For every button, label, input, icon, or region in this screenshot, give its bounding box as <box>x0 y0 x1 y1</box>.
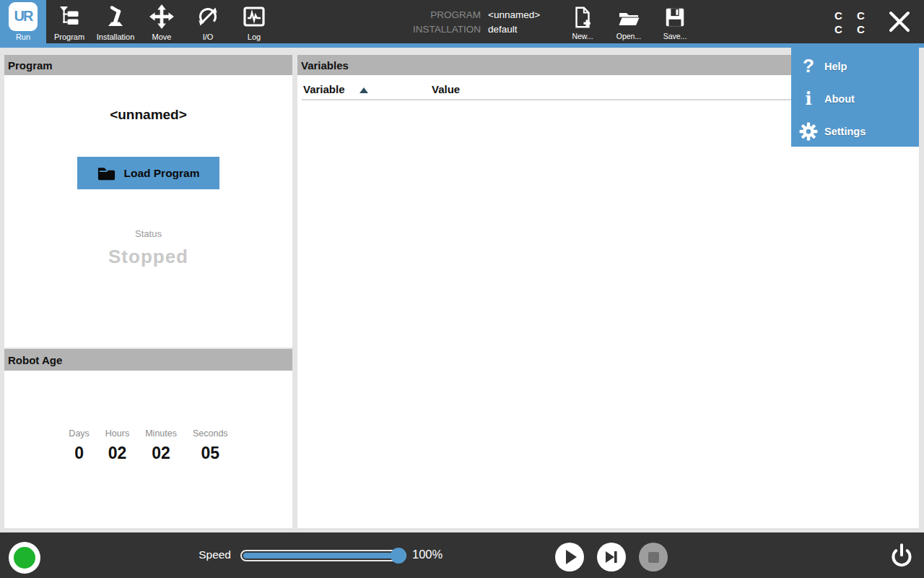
tab-installation-label: Installation <box>97 33 135 42</box>
load-program-button[interactable]: Load Program <box>77 157 219 189</box>
variable-column-header[interactable]: Variable <box>303 83 345 95</box>
close-icon <box>886 9 912 35</box>
installation-label: INSTALLATION <box>390 23 481 35</box>
menu-item-about-label: About <box>824 93 855 105</box>
tab-program-label: Program <box>54 33 84 42</box>
age-seconds-label: Seconds <box>193 428 228 439</box>
age-unit-seconds: Seconds 05 <box>193 428 228 463</box>
robot-age-counters: Days 0 Hours 02 Minutes 02 Seconds 05 <box>4 428 292 463</box>
age-hours-label: Hours <box>105 428 129 439</box>
robot-arm-icon <box>92 0 139 33</box>
status-value: Stopped <box>4 246 292 268</box>
robot-age-title: Robot Age <box>8 354 62 366</box>
loaded-file-info: PROGRAM <unnamed> INSTALLATION default <box>390 9 540 35</box>
power-button[interactable] <box>887 543 916 571</box>
close-button[interactable] <box>886 9 912 35</box>
load-program-label: Load Program <box>123 167 199 180</box>
footer-bar: Speed 100% <box>0 532 924 578</box>
new-file-icon <box>571 2 594 32</box>
age-unit-hours: Hours 02 <box>105 428 129 463</box>
play-button[interactable] <box>555 543 584 571</box>
status-label: Status <box>4 228 292 239</box>
power-icon <box>887 543 916 571</box>
open-button-label: Open... <box>616 32 641 40</box>
ur-logo-text: UR <box>14 8 32 25</box>
tab-program[interactable]: Program <box>46 0 92 43</box>
save-floppy-icon <box>663 2 687 32</box>
folder-icon <box>97 165 116 182</box>
program-tree-icon <box>46 0 92 33</box>
stop-button[interactable] <box>639 543 668 571</box>
value-column-header[interactable]: Value <box>432 83 460 95</box>
tab-run[interactable]: UR Run <box>0 0 46 43</box>
tab-io[interactable]: I/O <box>185 0 231 43</box>
speed-slider-thumb[interactable] <box>391 548 406 564</box>
age-hours-value: 02 <box>108 444 127 463</box>
program-panel-title: Program <box>8 59 53 72</box>
robot-status-indicator[interactable] <box>9 542 40 574</box>
io-circular-arrow-icon <box>185 0 231 33</box>
robot-age-panel-body: Days 0 Hours 02 Minutes 02 Seconds 05 <box>4 371 292 528</box>
installation-value: default <box>488 23 540 35</box>
menu-item-settings-label: Settings <box>824 126 866 137</box>
age-minutes-label: Minutes <box>145 428 177 439</box>
menu-item-about[interactable]: i About <box>791 82 919 115</box>
tab-move[interactable]: Move <box>139 0 185 43</box>
program-panel-body: <unnamed> Load Program Status Stopped <box>4 75 292 348</box>
tab-move-label: Move <box>152 33 172 42</box>
hamburger-dropdown-menu: ? Help i About <box>791 48 919 147</box>
open-folder-icon <box>616 2 641 32</box>
tab-installation[interactable]: Installation <box>92 0 139 43</box>
program-label: PROGRAM <box>390 9 481 21</box>
ur-logo: UR <box>0 0 46 33</box>
variables-panel-title: Variables <box>301 59 349 72</box>
speed-slider[interactable] <box>240 550 406 561</box>
play-icon <box>566 550 577 564</box>
program-name: <unnamed> <box>4 107 292 123</box>
tab-log[interactable]: Log <box>231 0 277 43</box>
program-panel-header: Program <box>4 55 292 75</box>
hamburger-menu-button[interactable]: C C C C <box>834 9 869 36</box>
age-unit-minutes: Minutes 02 <box>145 428 177 463</box>
main-nav-tabs: UR Run Program <box>0 0 277 43</box>
tab-log-label: Log <box>248 33 261 42</box>
open-button[interactable]: Open... <box>606 2 652 43</box>
new-button[interactable]: New... <box>559 2 606 43</box>
tab-run-label: Run <box>16 33 30 42</box>
robot-age-panel-header: Robot Age <box>4 349 292 371</box>
age-unit-days: Days 0 <box>69 428 89 463</box>
header-accent-strip <box>0 43 924 48</box>
save-button-label: Save... <box>663 32 687 40</box>
new-button-label: New... <box>572 32 593 40</box>
age-days-value: 0 <box>74 444 84 463</box>
step-forward-icon <box>605 551 618 564</box>
tab-io-label: I/O <box>203 33 214 42</box>
speed-value: 100% <box>412 548 443 561</box>
gear-icon <box>798 122 819 141</box>
move-arrows-icon <box>139 0 185 33</box>
save-button[interactable]: Save... <box>652 2 698 43</box>
sort-ascending-icon <box>359 87 368 93</box>
file-actions: New... Open... Save... <box>559 2 698 43</box>
speed-label: Speed <box>173 548 231 561</box>
info-icon: i <box>798 88 819 109</box>
stop-icon <box>648 552 659 563</box>
menu-item-help[interactable]: ? Help <box>791 50 919 82</box>
polyscope-app: UR Run Program <box>0 0 924 578</box>
age-minutes-value: 02 <box>152 444 170 463</box>
program-value: <unnamed> <box>488 9 540 21</box>
robot-status-green-light <box>14 547 35 569</box>
step-button[interactable] <box>597 543 626 571</box>
menu-item-help-label: Help <box>824 61 847 72</box>
menu-item-settings[interactable]: Settings <box>791 115 919 147</box>
speed-slider-fill <box>243 553 396 558</box>
age-seconds-value: 05 <box>201 444 220 463</box>
help-icon: ? <box>798 55 819 77</box>
age-days-label: Days <box>69 428 89 439</box>
log-chart-icon <box>231 0 277 33</box>
